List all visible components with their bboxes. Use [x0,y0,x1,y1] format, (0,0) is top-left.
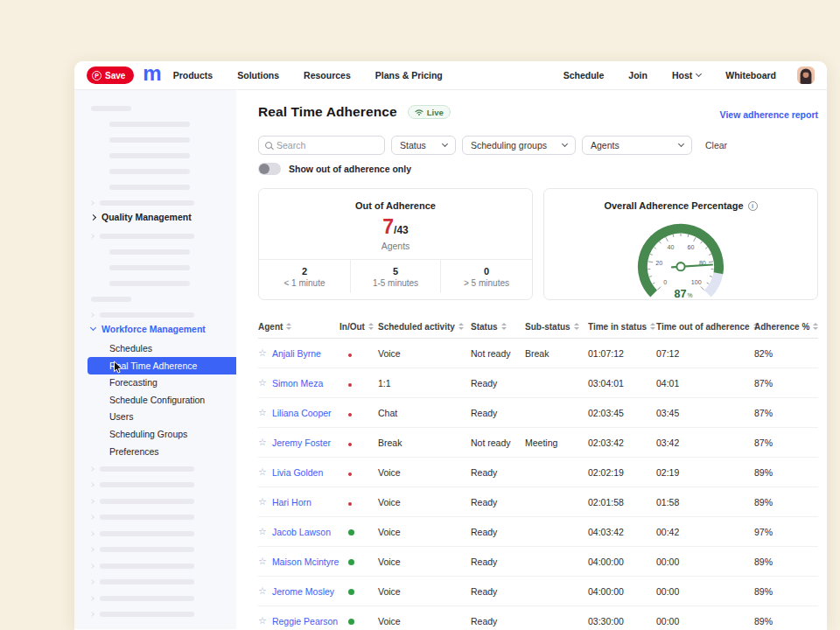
nav-item-whiteboard[interactable]: Whiteboard [725,70,776,80]
star-icon[interactable]: ☆ [258,527,267,536]
column-header-agent[interactable]: Agent [258,322,340,332]
agents-dropdown[interactable]: Agents [582,136,692,155]
out-of-adherence-card: Out of Adherence 7 /43 Agents 2 < 1 minu… [258,188,533,300]
sidebar-section-quality-management[interactable]: Quality Management [91,212,192,222]
star-icon[interactable]: ☆ [258,586,267,596]
pinterest-icon: P [92,71,102,80]
star-icon[interactable]: ☆ [258,556,267,566]
brand-logo[interactable]: m [143,61,160,86]
time-out-of-adherence-cell: 01:58 [656,497,754,508]
scheduling-groups-dropdown[interactable]: Scheduling groups [462,136,576,155]
skeleton-chevron [89,547,94,552]
time-in-status-cell: 02:03:42 [588,438,656,448]
search-input[interactable] [276,140,378,150]
agent-cell: ☆Simon Meza [258,378,340,388]
nav-item-join[interactable]: Join [628,70,648,80]
sidebar-item-real-time-adherence[interactable]: Real Time Adherence [88,357,236,374]
sidebar-item-schedule-configuration[interactable]: Schedule Configuration [88,391,236,409]
info-icon[interactable]: i [748,201,758,211]
column-label: Time out of adherence [656,322,750,332]
skeleton-bar [109,122,190,127]
out-of-adherence-dot-icon [348,443,352,446]
agent-link[interactable]: Maison Mcintyre [272,556,339,567]
column-header-in-out[interactable]: In/Out [340,322,378,332]
agent-link[interactable]: Simon Meza [272,378,323,388]
sidebar-item-forecasting[interactable]: Forecasting [88,374,236,391]
agent-link[interactable]: Anjali Byrne [272,348,321,359]
adherence-cell: 89% [754,586,818,597]
agent-cell: ☆Jeremy Foster [258,438,340,448]
sidebar-item-schedules[interactable]: Schedules [88,340,236,357]
skeleton-bar [100,482,194,487]
agent-cell: ☆Jerome Mosley [258,586,340,597]
sidebar-section-workforce-management[interactable]: Workforce Management [91,324,206,334]
skeleton-bar [109,281,190,286]
time-out-of-adherence-cell: 00:00 [656,556,754,567]
nav-item-resources[interactable]: Resources [304,70,351,80]
agent-link[interactable]: Reggie Pearson [272,616,338,626]
nav-item-products[interactable]: Products [173,70,214,80]
adherence-cell: 97% [754,527,818,537]
star-icon[interactable]: ☆ [258,408,267,417]
column-header-adherence-[interactable]: Adherence % [754,322,818,332]
time-out-of-adherence-cell: 03:42 [656,438,754,448]
sub-status-cell: Break [525,348,588,359]
inout-cell [340,467,378,478]
search-field[interactable] [258,136,385,155]
column-header-scheduled-activity[interactable]: Scheduled activity [378,322,471,332]
gauge-unit: % [688,292,693,298]
status-dropdown[interactable]: Status [391,136,456,155]
pinterest-save-button[interactable]: P Save [87,66,134,84]
column-header-status[interactable]: Status [471,322,525,332]
sidebar-item-preferences[interactable]: Preferences [88,443,236,460]
time-in-status-cell: 02:01:58 [588,497,656,508]
main-content: Real Time Adherence Live View adherence … [236,90,827,629]
sidebar-item-scheduling-groups[interactable]: Scheduling Groups [88,425,236,443]
agent-link[interactable]: Livia Golden [272,467,323,478]
star-icon[interactable]: ☆ [258,348,267,358]
scheduled-activity-cell: Voice [378,556,471,567]
page-title: Real Time Adherence [258,104,397,120]
agent-link[interactable]: Jerome Mosley [272,586,334,597]
out-of-adherence-count: 7 [382,215,394,239]
svg-text:40: 40 [668,244,675,251]
skeleton-bar [91,297,131,302]
star-icon[interactable]: ☆ [258,438,267,447]
column-header-time-out-of-adherence[interactable]: Time out of adherence [656,322,754,332]
out-of-adherence-title: Out of Adherence [259,200,532,211]
star-icon[interactable]: ☆ [258,497,267,507]
column-label: Adherence % [754,322,809,332]
skeleton-bar [109,153,190,158]
star-icon[interactable]: ☆ [258,467,267,477]
chevron-down-icon [90,325,96,331]
nav-item-solutions[interactable]: Solutions [237,70,279,80]
time-in-status-cell: 04:03:42 [588,527,656,537]
section-label: Quality Management [102,212,192,222]
agent-link[interactable]: Hari Horn [272,497,312,508]
user-avatar[interactable] [797,66,815,84]
star-icon[interactable]: ☆ [258,616,267,626]
column-header-sub-status[interactable]: Sub-status [525,322,588,332]
table-row: ☆Jerome MosleyVoiceReady04:00:0000:0089% [258,577,818,606]
out-of-adherence-toggle[interactable] [258,163,281,175]
skeleton-chevron [89,579,94,584]
nav-item-schedule[interactable]: Schedule [564,70,605,80]
skeleton-chevron [89,514,94,520]
view-adherence-report-link[interactable]: View adherence report [720,109,818,120]
agent-link[interactable]: Jacob Lawson [272,527,331,537]
sort-icon [574,323,579,330]
clear-filters-button[interactable]: Clear [705,140,727,150]
nav-item-host[interactable]: Host [672,70,701,80]
time-out-of-adherence-cell: 07:12 [656,348,754,359]
column-header-time-in-status[interactable]: Time in status [588,322,656,332]
agent-link[interactable]: Liliana Cooper [272,408,332,418]
out-of-adherence-unit: Agents [259,241,532,251]
star-icon[interactable]: ☆ [258,378,267,388]
secondary-nav: ScheduleJoinHostWhiteboard [564,66,815,84]
sidebar-item-users[interactable]: Users [88,408,236,425]
skeleton-bar [109,169,190,174]
nav-item-plans-pricing[interactable]: Plans & Pricing [375,70,443,80]
top-navigation-bar: P Save m ProductsSolutionsResourcesPlans… [74,61,827,90]
column-label: Status [471,322,498,332]
agent-link[interactable]: Jeremy Foster [272,438,331,448]
